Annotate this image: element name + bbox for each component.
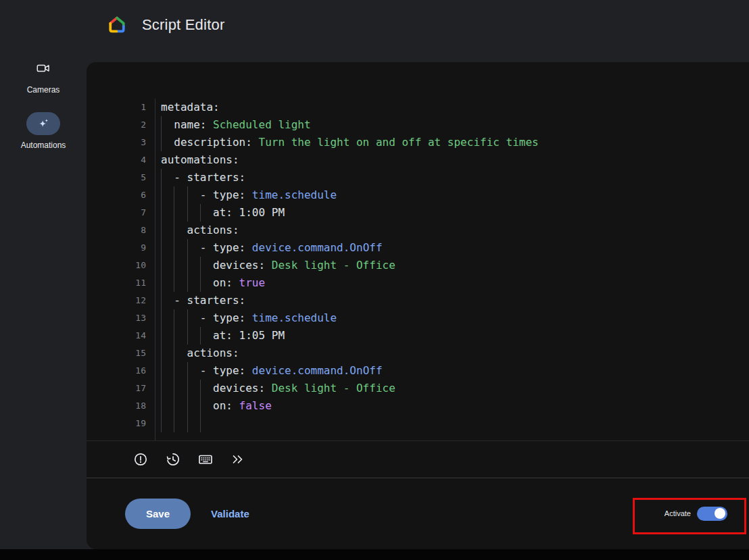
activate-toggle[interactable] <box>697 507 727 521</box>
indent-guide <box>161 169 174 186</box>
code-line[interactable]: name: Scheduled light <box>161 116 749 134</box>
code-line[interactable]: - starters: <box>161 169 749 186</box>
indent-guide <box>187 309 200 327</box>
indent-guide <box>187 257 200 274</box>
code-token: description: <box>174 136 252 149</box>
indent-guide <box>200 397 213 415</box>
code-line[interactable]: - type: time.schedule <box>161 186 749 204</box>
code-line[interactable]: on: false <box>161 397 749 415</box>
indent-guide <box>174 397 187 415</box>
line-number: 17 <box>124 380 155 397</box>
validate-button[interactable]: Validate <box>211 508 249 519</box>
indent-guide <box>161 274 174 292</box>
error-icon[interactable] <box>132 451 149 467</box>
sidebar-item-label: Cameras <box>27 85 60 95</box>
code-line[interactable]: on: true <box>161 274 749 292</box>
code-token: type: <box>213 188 245 201</box>
save-button[interactable]: Save <box>125 499 191 529</box>
indent-guide <box>174 345 187 362</box>
indent-guide <box>174 380 187 397</box>
indent-guide <box>200 415 213 432</box>
line-number: 14 <box>124 327 155 345</box>
code-token: actions: <box>187 347 239 359</box>
code-token: - <box>200 364 213 377</box>
code-token: time.schedule <box>245 311 337 324</box>
activate-control: Activate <box>665 507 727 521</box>
code-token: Turn the light on and off at specific ti… <box>252 136 539 149</box>
code-line[interactable]: description: Turn the light on and off a… <box>161 134 749 151</box>
history-icon[interactable] <box>165 451 181 467</box>
indent-guide <box>174 257 187 274</box>
indent-guide <box>174 274 187 292</box>
code-token: - <box>174 294 187 307</box>
indent-guide <box>187 380 200 397</box>
code-token: - <box>200 311 213 324</box>
code-line[interactable]: actions: <box>161 345 749 362</box>
code-editor[interactable]: 12345678910111213141516171819 metadata:n… <box>124 95 749 440</box>
code-token: on: <box>213 276 233 289</box>
line-number: 19 <box>124 415 155 432</box>
line-number: 8 <box>124 222 155 239</box>
bottom-strip <box>0 549 749 560</box>
code-line[interactable]: automations: <box>161 151 749 169</box>
code-token: on: <box>213 399 233 412</box>
code-line[interactable]: metadata: <box>161 99 749 116</box>
script-editor-panel: 12345678910111213141516171819 metadata:n… <box>87 62 749 549</box>
code-line[interactable]: at: 1:05 PM <box>161 327 749 345</box>
indent-guide <box>161 415 174 432</box>
camera-icon <box>26 57 60 80</box>
indent-guide <box>161 292 174 309</box>
indent-guide <box>174 204 187 222</box>
line-number: 18 <box>124 397 155 415</box>
activate-label: Activate <box>665 509 691 517</box>
code-token: devices: <box>213 382 265 394</box>
line-number: 7 <box>124 204 155 222</box>
code-line[interactable]: - type: device.command.OnOff <box>161 362 749 380</box>
indent-guide <box>200 204 213 222</box>
code-token: starters: <box>187 171 246 184</box>
indent-guide <box>161 345 174 362</box>
indent-guide <box>161 397 174 415</box>
indent-guide <box>161 362 174 380</box>
code-token: starters: <box>187 294 246 307</box>
sparkle-icon <box>26 112 60 135</box>
code-lines[interactable]: metadata:name: Scheduled lightdescriptio… <box>155 99 749 440</box>
code-line[interactable]: - type: device.command.OnOff <box>161 239 749 257</box>
indent-guide <box>161 204 174 222</box>
code-token: time.schedule <box>245 188 337 201</box>
sidebar-item-cameras[interactable]: Cameras <box>26 57 60 95</box>
code-line[interactable]: - type: time.schedule <box>161 309 749 327</box>
indent-guide <box>174 186 187 204</box>
code-token: type: <box>213 311 245 324</box>
code-line[interactable]: devices: Desk light - Office <box>161 380 749 397</box>
code-token: type: <box>213 241 245 254</box>
page-title: Script Editor <box>142 16 224 34</box>
code-token: at: <box>213 206 233 219</box>
line-number: 15 <box>124 345 155 362</box>
indent-guide <box>161 239 174 257</box>
code-line[interactable]: devices: Desk light - Office <box>161 257 749 274</box>
indent-guide <box>200 257 213 274</box>
code-token: true <box>233 276 265 289</box>
sidebar-item-automations[interactable]: Automations <box>21 112 66 150</box>
google-home-logo <box>107 15 127 35</box>
code-token: type: <box>213 364 245 377</box>
keyboard-icon[interactable] <box>197 451 214 467</box>
double-chevron-icon[interactable] <box>230 451 246 467</box>
line-number: 16 <box>124 362 155 380</box>
indent-guide <box>187 327 200 345</box>
code-line[interactable]: actions: <box>161 222 749 239</box>
app-header: Script Editor <box>107 15 224 35</box>
code-token: device.command.OnOff <box>245 364 382 377</box>
code-line[interactable]: - starters: <box>161 292 749 309</box>
indent-guide <box>200 327 213 345</box>
code-token: - <box>174 171 187 184</box>
editor-toolbar <box>87 440 749 478</box>
code-token: 1:05 PM <box>233 329 285 342</box>
code-token: automations: <box>161 153 239 166</box>
code-line[interactable] <box>161 415 749 432</box>
code-line[interactable]: at: 1:00 PM <box>161 204 749 222</box>
indent-guide <box>200 380 213 397</box>
code-token: name: <box>174 118 206 131</box>
indent-guide <box>174 309 187 327</box>
